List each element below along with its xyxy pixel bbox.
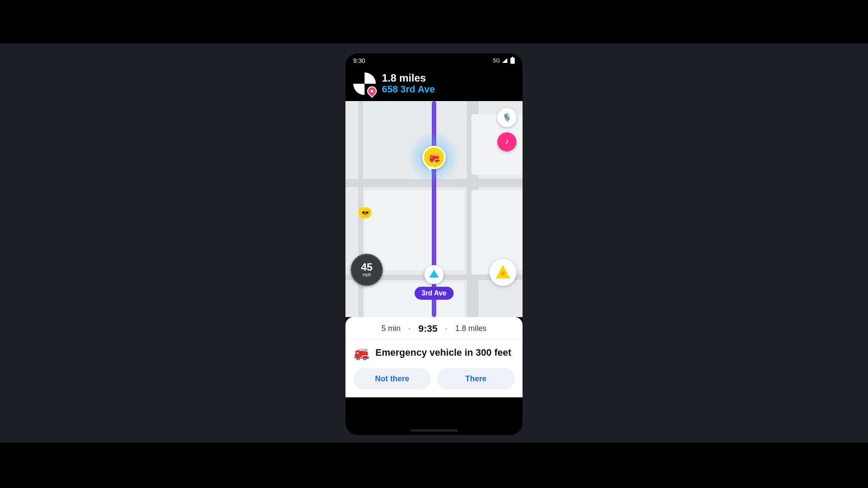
separator-dot: • [408,325,411,332]
music-note-icon: ♪ [505,137,509,146]
eta-distance: 1.8 miles [455,324,487,333]
eta-arrival-time: 9:35 [418,323,437,334]
not-there-button[interactable]: Not there [353,368,431,390]
alert-card: 🚒 Emergency vehicle in 300 feet [345,339,523,362]
phone-frame: 9:30 5G 1.8 miles 658 3rd Ave 🚒 [345,53,523,435]
status-bar: 9:30 5G [345,53,523,68]
there-button[interactable]: There [437,368,515,390]
warning-triangle-icon: + [495,265,511,280]
wazer-icon: 😎 [358,207,372,219]
microphone-icon: 🎙️ [502,113,512,122]
eta-row[interactable]: 5 min • 9:35 • 1.8 miles [345,317,523,339]
checkered-flag-icon [353,72,376,95]
fire-truck-icon: 🚒 [428,152,440,163]
report-button[interactable]: + [490,259,516,286]
speed-limit-value: 45 [361,262,373,272]
network-label: 5G [493,58,500,64]
separator-dot: • [445,325,447,332]
destination-header[interactable]: 1.8 miles 658 3rd Ave [345,68,523,101]
map-view[interactable]: 🚒 😎 3rd Ave 45 mph + 🎙️ ♪ [345,101,523,317]
bottom-sheet[interactable]: 5 min • 9:35 • 1.8 miles 🚒 Emergency veh… [345,317,523,397]
fire-truck-icon: 🚒 [353,345,369,360]
destination-distance: 1.8 miles [382,72,435,84]
status-right: 5G [493,58,515,64]
alert-action-row: Not there There [345,362,523,390]
current-location-marker[interactable] [424,265,444,284]
street-label: 3rd Ave [414,287,454,300]
music-button[interactable]: ♪ [497,132,516,151]
arrow-up-icon [429,270,439,278]
eta-duration: 5 min [381,324,401,333]
speed-limit-unit: mph [362,272,371,277]
carrot-circle [424,265,444,284]
destination-address: 658 3rd Ave [382,84,435,95]
emergency-vehicle-marker[interactable]: 🚒 [422,146,446,169]
destination-text: 1.8 miles 658 3rd Ave [382,72,435,95]
speed-limit-badge[interactable]: 45 mph [351,254,383,286]
voice-search-button[interactable]: 🎙️ [497,108,516,127]
status-time: 9:30 [353,57,365,64]
home-indicator[interactable] [410,429,458,432]
signal-icon [502,58,507,63]
map-block [365,190,464,270]
battery-icon [510,58,515,64]
pin-badge-icon [365,84,378,98]
alert-text: Emergency vehicle in 300 feet [375,347,511,358]
